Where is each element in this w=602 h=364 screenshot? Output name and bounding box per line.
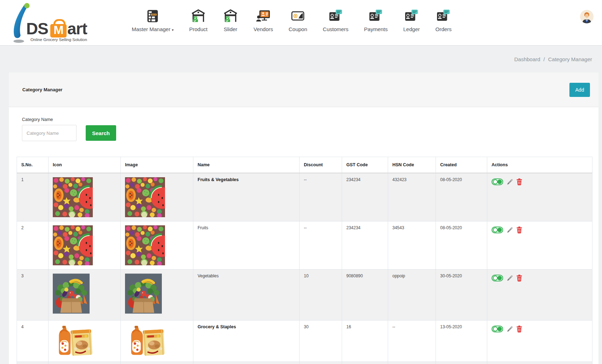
- cell-created: 30-05-2020: [436, 270, 487, 320]
- cell-sno: 3: [17, 270, 49, 320]
- cell-hsn-code: 34543: [388, 221, 436, 270]
- nav-item-customers[interactable]: Customers▾: [323, 8, 349, 32]
- fruits-collage-image: [125, 225, 189, 265]
- nav-item-label: Vendors▾: [254, 26, 273, 32]
- cell-gst-code: 234234: [342, 173, 388, 221]
- category-name-label: Category Name: [22, 117, 591, 122]
- panel-title: Category Manager: [22, 87, 62, 92]
- delete-trash-icon[interactable]: [516, 226, 522, 233]
- nav-item-vendors[interactable]: Vendors▾: [254, 8, 273, 32]
- breadcrumb: Dashboard / Category Manager: [0, 46, 602, 73]
- cell-discount: --: [300, 221, 342, 270]
- column-header-discount: Discount: [300, 157, 342, 173]
- cell-actions: [487, 270, 592, 320]
- breadcrumb-separator: /: [544, 56, 545, 62]
- brand-underline-ellipse: [13, 40, 24, 43]
- cell-discount: --: [300, 173, 342, 221]
- nav-item-label: Orders▾: [436, 26, 452, 32]
- toggle-on-icon[interactable]: [492, 325, 503, 333]
- account-chat-icon: [404, 8, 419, 23]
- nav-item-coupon[interactable]: Coupon▾: [289, 8, 307, 32]
- toggle-on-icon[interactable]: [492, 226, 503, 233]
- cell-empty: [388, 362, 436, 364]
- cell-empty: [342, 362, 388, 364]
- cell-empty: [17, 362, 49, 364]
- cell-name: Fruits: [193, 221, 300, 270]
- column-header-created: Created: [436, 157, 487, 173]
- brand-name-ds: DS: [26, 19, 48, 38]
- nav-item-slider[interactable]: Slider▾: [223, 8, 238, 32]
- cell-hsn-code: --: [388, 320, 436, 362]
- account-chat-icon: [368, 8, 383, 23]
- cell-image: [121, 173, 193, 221]
- column-header-name: Name: [193, 157, 300, 173]
- cell-icon: [49, 320, 121, 362]
- table-row: 2Fruits--2342343454308-05-2020: [17, 221, 592, 270]
- nav-item-label: Product▾: [189, 26, 208, 32]
- edit-pencil-icon[interactable]: [506, 275, 513, 282]
- nav-item-ledger[interactable]: Ledger▾: [403, 8, 420, 32]
- cell-image: [121, 320, 193, 362]
- brand-name-art: art: [67, 19, 87, 38]
- category-name-input[interactable]: [22, 125, 76, 141]
- nav-item-label: Slider▾: [224, 26, 237, 32]
- brand-logo[interactable]: DSMart Online Grocery Selling Solution: [6, 1, 98, 45]
- breadcrumb-dashboard-link[interactable]: Dashboard: [514, 56, 540, 62]
- oil-pack-image: [53, 324, 116, 358]
- cell-actions: [487, 221, 592, 270]
- cell-empty: [300, 362, 342, 364]
- panel-body: Category Name Search S.No.IconImageNameD…: [9, 107, 598, 364]
- brand-tagline: Online Grocery Selling Solution: [30, 37, 87, 42]
- column-header-actions: Actions: [487, 157, 592, 173]
- nav-item-master-manager[interactable]: Master Manager▾: [132, 8, 174, 32]
- cell-empty: [436, 362, 487, 364]
- nav-item-label: Payments▾: [364, 26, 388, 32]
- delete-trash-icon[interactable]: [516, 275, 522, 282]
- delete-trash-icon[interactable]: [516, 178, 522, 185]
- edit-pencil-icon[interactable]: [506, 326, 513, 333]
- warehouse-icon: [223, 8, 238, 23]
- filter-block: Category Name Search: [17, 117, 591, 141]
- fruits-collage-image: [125, 177, 189, 217]
- vendor-screen-icon: [256, 8, 271, 23]
- oil-pack-image: [125, 324, 189, 358]
- cell-gst-code: 16: [342, 320, 388, 362]
- cell-empty: [121, 362, 193, 364]
- edit-pencil-icon[interactable]: [506, 179, 513, 185]
- cell-name: Grocery & Staples: [193, 320, 300, 362]
- nav-item-label: Customers▾: [323, 26, 349, 32]
- delete-trash-icon[interactable]: [516, 325, 522, 333]
- cell-icon: [49, 270, 121, 320]
- nav-item-label: Master Manager▾: [132, 26, 174, 32]
- cell-icon: [49, 221, 121, 270]
- nav-item-label: Ledger▾: [403, 26, 420, 32]
- cell-empty: [487, 362, 592, 364]
- cell-gst-code: 234234: [342, 221, 388, 270]
- cell-created: 08-05-2020: [436, 173, 487, 221]
- search-button[interactable]: Search: [86, 125, 116, 141]
- cell-icon: [49, 173, 121, 221]
- table-header-row: S.No.IconImageNameDiscountGST CodeHSN Co…: [17, 157, 592, 173]
- cell-gst-code: 9080890: [342, 270, 388, 320]
- nav-item-product[interactable]: Product▾: [189, 8, 208, 32]
- toggle-on-icon[interactable]: [492, 178, 503, 185]
- cell-name: Vegetables: [193, 270, 300, 320]
- vegetables-bag-image: [125, 273, 189, 314]
- toggle-on-icon[interactable]: [492, 275, 503, 282]
- cell-empty: [49, 362, 121, 364]
- table-row: [17, 362, 592, 364]
- table-row: 1Fruits & Vegetables--23423443242308-05-…: [17, 173, 592, 221]
- edit-pencil-icon[interactable]: [506, 227, 513, 233]
- nav-item-orders[interactable]: Orders▾: [436, 8, 452, 32]
- add-category-button[interactable]: Add: [569, 83, 590, 97]
- main-nav: Master Manager▾ Product▾ Slider▾ Vendors…: [132, 8, 452, 32]
- cell-name: Fruits & Vegetables: [193, 173, 300, 221]
- cell-created: 13-05-2020: [436, 320, 487, 362]
- nav-item-payments[interactable]: Payments▾: [364, 8, 388, 32]
- user-avatar[interactable]: [580, 10, 594, 23]
- column-header-hsn-code: HSN Code: [388, 157, 436, 173]
- table-row: 4Grocery & Staples3016--13-05-2020: [17, 320, 592, 362]
- cell-sno: 4: [17, 320, 49, 362]
- account-chat-icon: [328, 8, 343, 23]
- nav-item-label: Coupon▾: [289, 26, 307, 32]
